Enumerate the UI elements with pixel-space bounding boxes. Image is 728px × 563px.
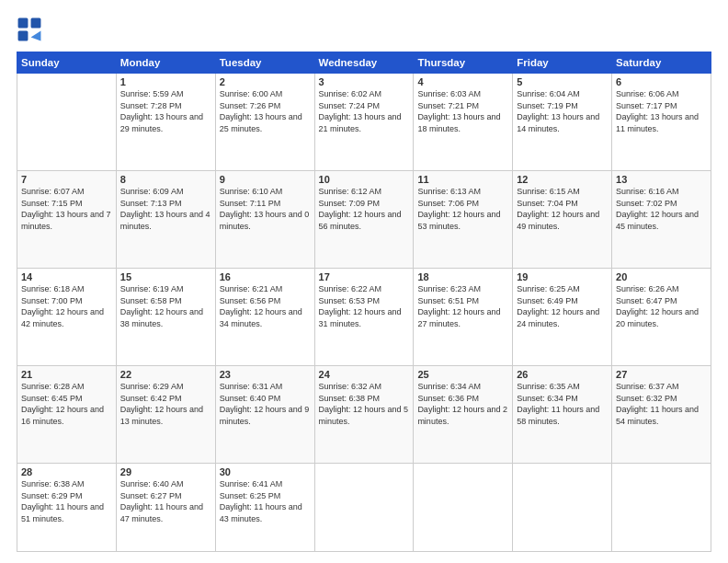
calendar-cell: 16Sunrise: 6:21 AMSunset: 6:56 PMDayligh… [215, 269, 314, 366]
calendar-cell: 5Sunrise: 6:04 AMSunset: 7:19 PMDaylight… [513, 74, 612, 171]
day-number: 23 [220, 369, 311, 380]
day-info: Sunrise: 6:19 AMSunset: 6:58 PMDaylight:… [120, 284, 203, 328]
day-number: 21 [21, 369, 112, 380]
weekday-header-wednesday: Wednesday [314, 52, 414, 74]
calendar-cell: 13Sunrise: 6:16 AMSunset: 7:02 PMDayligh… [612, 171, 711, 269]
day-number: 11 [417, 174, 508, 185]
calendar-cell: 26Sunrise: 6:35 AMSunset: 6:34 PMDayligh… [513, 366, 612, 464]
day-info: Sunrise: 6:16 AMSunset: 7:02 PMDaylight:… [616, 187, 699, 231]
header [17, 17, 711, 42]
calendar-cell: 22Sunrise: 6:29 AMSunset: 6:42 PMDayligh… [116, 366, 215, 464]
calendar-cell: 17Sunrise: 6:22 AMSunset: 6:53 PMDayligh… [314, 269, 414, 366]
day-number: 27 [616, 369, 707, 380]
day-info: Sunrise: 6:37 AMSunset: 6:32 PMDaylight:… [616, 382, 699, 426]
calendar-cell: 10Sunrise: 6:12 AMSunset: 7:09 PMDayligh… [314, 171, 414, 269]
day-number: 1 [120, 76, 211, 87]
calendar-cell: 28Sunrise: 6:38 AMSunset: 6:29 PMDayligh… [17, 464, 117, 552]
day-info: Sunrise: 6:15 AMSunset: 7:04 PMDaylight:… [517, 187, 599, 231]
weekday-header-saturday: Saturday [612, 52, 711, 74]
day-info: Sunrise: 6:25 AMSunset: 6:49 PMDaylight:… [517, 284, 599, 328]
calendar-cell: 14Sunrise: 6:18 AMSunset: 7:00 PMDayligh… [17, 269, 117, 366]
day-number: 19 [517, 271, 608, 282]
weekday-header-friday: Friday [513, 52, 612, 74]
day-number: 16 [220, 271, 311, 282]
day-number: 12 [517, 174, 608, 185]
calendar-cell: 27Sunrise: 6:37 AMSunset: 6:32 PMDayligh… [612, 366, 711, 464]
calendar-cell [414, 464, 513, 552]
calendar-cell: 7Sunrise: 6:07 AMSunset: 7:15 PMDaylight… [17, 171, 117, 269]
calendar-cell: 6Sunrise: 6:06 AMSunset: 7:17 PMDaylight… [612, 74, 711, 171]
day-info: Sunrise: 6:41 AMSunset: 6:25 PMDaylight:… [220, 479, 302, 523]
svg-rect-0 [18, 18, 28, 29]
day-info: Sunrise: 6:03 AMSunset: 7:21 PMDaylight:… [417, 89, 500, 133]
day-info: Sunrise: 6:04 AMSunset: 7:19 PMDaylight:… [517, 89, 599, 133]
day-number: 29 [120, 466, 211, 477]
calendar-cell: 23Sunrise: 6:31 AMSunset: 6:40 PMDayligh… [215, 366, 314, 464]
day-number: 15 [120, 271, 211, 282]
calendar-cell: 30Sunrise: 6:41 AMSunset: 6:25 PMDayligh… [215, 464, 314, 552]
day-info: Sunrise: 6:12 AMSunset: 7:09 PMDaylight:… [319, 187, 402, 231]
day-number: 18 [417, 271, 508, 282]
calendar-cell: 4Sunrise: 6:03 AMSunset: 7:21 PMDaylight… [414, 74, 513, 171]
day-number: 6 [616, 76, 707, 87]
calendar-cell: 19Sunrise: 6:25 AMSunset: 6:49 PMDayligh… [513, 269, 612, 366]
calendar-cell: 1Sunrise: 5:59 AMSunset: 7:28 PMDaylight… [116, 74, 215, 171]
day-info: Sunrise: 6:28 AMSunset: 6:45 PMDaylight:… [21, 382, 104, 426]
calendar-cell [314, 464, 414, 552]
calendar-table: SundayMondayTuesdayWednesdayThursdayFrid… [17, 52, 711, 552]
logo [17, 17, 46, 42]
day-number: 17 [319, 271, 410, 282]
day-info: Sunrise: 6:13 AMSunset: 7:06 PMDaylight:… [417, 187, 500, 231]
svg-marker-3 [31, 31, 41, 41]
svg-rect-1 [31, 18, 41, 29]
day-info: Sunrise: 6:06 AMSunset: 7:17 PMDaylight:… [616, 89, 699, 133]
calendar-cell [612, 464, 711, 552]
day-number: 26 [517, 369, 608, 380]
day-info: Sunrise: 6:32 AMSunset: 6:38 PMDaylight:… [319, 382, 409, 426]
day-info: Sunrise: 6:38 AMSunset: 6:29 PMDaylight:… [21, 479, 104, 523]
day-number: 3 [319, 76, 410, 87]
day-info: Sunrise: 6:09 AMSunset: 7:13 PMDaylight:… [120, 187, 210, 231]
calendar-cell: 21Sunrise: 6:28 AMSunset: 6:45 PMDayligh… [17, 366, 117, 464]
day-info: Sunrise: 6:22 AMSunset: 6:53 PMDaylight:… [319, 284, 402, 328]
day-info: Sunrise: 6:07 AMSunset: 7:15 PMDaylight:… [21, 187, 111, 231]
calendar-cell [17, 74, 117, 171]
day-number: 24 [319, 369, 410, 380]
calendar-cell: 12Sunrise: 6:15 AMSunset: 7:04 PMDayligh… [513, 171, 612, 269]
calendar-cell: 29Sunrise: 6:40 AMSunset: 6:27 PMDayligh… [116, 464, 215, 552]
weekday-header-thursday: Thursday [414, 52, 513, 74]
calendar-cell: 3Sunrise: 6:02 AMSunset: 7:24 PMDaylight… [314, 74, 414, 171]
day-info: Sunrise: 6:18 AMSunset: 7:00 PMDaylight:… [21, 284, 104, 328]
day-number: 10 [319, 174, 410, 185]
day-number: 28 [21, 466, 112, 477]
day-info: Sunrise: 5:59 AMSunset: 7:28 PMDaylight:… [120, 89, 203, 133]
calendar-cell: 24Sunrise: 6:32 AMSunset: 6:38 PMDayligh… [314, 366, 414, 464]
calendar-cell: 20Sunrise: 6:26 AMSunset: 6:47 PMDayligh… [612, 269, 711, 366]
day-number: 4 [417, 76, 508, 87]
page: SundayMondayTuesdayWednesdayThursdayFrid… [0, 0, 728, 563]
day-number: 2 [220, 76, 311, 87]
day-info: Sunrise: 6:34 AMSunset: 6:36 PMDaylight:… [417, 382, 507, 426]
day-number: 25 [417, 369, 508, 380]
day-number: 9 [220, 174, 311, 185]
day-info: Sunrise: 6:10 AMSunset: 7:11 PMDaylight:… [220, 187, 310, 231]
day-info: Sunrise: 6:40 AMSunset: 6:27 PMDaylight:… [120, 479, 203, 523]
calendar-cell: 18Sunrise: 6:23 AMSunset: 6:51 PMDayligh… [414, 269, 513, 366]
day-info: Sunrise: 6:02 AMSunset: 7:24 PMDaylight:… [319, 89, 402, 133]
day-info: Sunrise: 6:21 AMSunset: 6:56 PMDaylight:… [220, 284, 302, 328]
day-number: 13 [616, 174, 707, 185]
calendar-cell: 2Sunrise: 6:00 AMSunset: 7:26 PMDaylight… [215, 74, 314, 171]
day-info: Sunrise: 6:23 AMSunset: 6:51 PMDaylight:… [417, 284, 500, 328]
calendar-cell [513, 464, 612, 552]
calendar-cell: 8Sunrise: 6:09 AMSunset: 7:13 PMDaylight… [116, 171, 215, 269]
day-info: Sunrise: 6:29 AMSunset: 6:42 PMDaylight:… [120, 382, 203, 426]
day-info: Sunrise: 6:26 AMSunset: 6:47 PMDaylight:… [616, 284, 699, 328]
calendar-cell: 11Sunrise: 6:13 AMSunset: 7:06 PMDayligh… [414, 171, 513, 269]
day-number: 20 [616, 271, 707, 282]
day-number: 14 [21, 271, 112, 282]
day-number: 5 [517, 76, 608, 87]
weekday-header-monday: Monday [116, 52, 215, 74]
calendar-cell: 25Sunrise: 6:34 AMSunset: 6:36 PMDayligh… [414, 366, 513, 464]
calendar-cell: 9Sunrise: 6:10 AMSunset: 7:11 PMDaylight… [215, 171, 314, 269]
day-info: Sunrise: 6:31 AMSunset: 6:40 PMDaylight:… [220, 382, 310, 426]
